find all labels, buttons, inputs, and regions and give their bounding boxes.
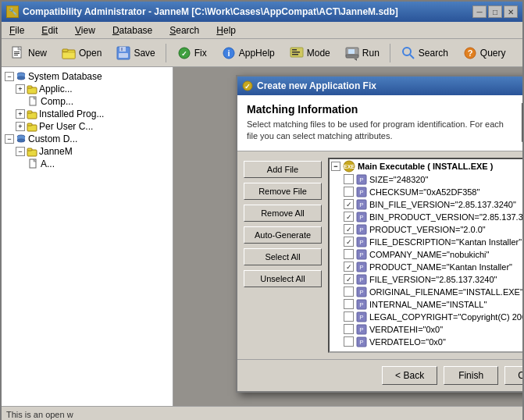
tree-item[interactable]: PCHECKSUM="0xA52DF358" <box>330 186 522 198</box>
tree-item-checkbox[interactable] <box>344 336 354 347</box>
cancel-button[interactable]: Cancel <box>504 366 522 385</box>
title-bar-left: 🔧 Compatibility Administrator - JanneM [… <box>6 5 398 18</box>
search-button[interactable]: Search <box>395 42 454 64</box>
remove-all-button[interactable]: Remove All <box>244 205 322 222</box>
root-expand-icon[interactable]: − <box>331 162 340 171</box>
file-tree-panel[interactable]: − EXE Main Executable ( INSTALL.EXE ) PS… <box>328 158 522 353</box>
menu-view[interactable]: View <box>70 23 100 37</box>
tree-item[interactable]: PBIN_PRODUCT_VERSION="2.85.137.3240" <box>330 211 522 223</box>
tree-item[interactable]: PPRODUCT_VERSION="2.0.0" <box>330 223 522 236</box>
tree-item-checkbox[interactable] <box>344 262 354 272</box>
tree-item-checkbox[interactable] <box>344 187 354 197</box>
maximize-button[interactable]: □ <box>488 5 502 18</box>
close-button[interactable]: ✕ <box>504 5 518 18</box>
menu-file[interactable]: File <box>5 23 29 37</box>
tree-root-row[interactable]: − EXE Main Executable ( INSTALL.EXE ) <box>330 159 522 173</box>
tree-item[interactable]: PCOMPANY_NAME="nobukichi" <box>330 248 522 261</box>
minimize-button[interactable]: ─ <box>472 5 487 18</box>
add-file-button[interactable]: Add File <box>244 161 322 178</box>
fix-button[interactable]: ✓ Fix <box>171 42 212 64</box>
tree-item[interactable]: PPRODUCT_NAME="Kantan Installer" <box>330 261 522 273</box>
svg-rect-32 <box>27 86 32 88</box>
sidebar-item-a[interactable]: A... <box>2 158 173 170</box>
save-button[interactable]: Save <box>110 42 160 64</box>
svg-text:i: i <box>227 48 230 58</box>
mode-label: Mode <box>307 48 330 59</box>
tree-item-checkbox[interactable] <box>344 299 354 309</box>
new-button[interactable]: New <box>5 42 52 64</box>
tree-item-checkbox[interactable] <box>344 249 354 259</box>
fix-icon: ✓ <box>176 45 192 61</box>
svg-rect-43 <box>27 148 32 151</box>
tree-item[interactable]: PFILE_DESCRIPTION="Kantan Installer" <box>330 236 522 248</box>
tree-item-checkbox[interactable] <box>344 311 354 322</box>
tree-item[interactable]: PORIGINAL_FILENAME="INSTALL.EXE" <box>330 286 522 298</box>
tree-item-checkbox[interactable] <box>344 224 354 234</box>
back-button[interactable]: < Back <box>382 366 437 385</box>
sidebar-item-peruser[interactable]: + Per User C... <box>2 120 173 133</box>
tree-item[interactable]: PSIZE="248320" <box>330 173 522 186</box>
property-icon: P <box>356 299 367 310</box>
svg-text:P: P <box>359 226 363 233</box>
sidebar-item-system-db[interactable]: − System Database <box>2 70 173 83</box>
svg-rect-11 <box>119 53 128 58</box>
sidebar-item-applic[interactable]: + Applic... <box>2 83 173 95</box>
tree-item-label: FILE_DESCRIPTION="Kantan Installer" <box>369 237 522 247</box>
run-button[interactable]: Run <box>339 42 385 64</box>
apphelp-button[interactable]: i AppHelp <box>216 42 280 64</box>
expand-applic[interactable]: + <box>16 84 25 94</box>
svg-text:P: P <box>359 176 363 183</box>
tree-item-checkbox[interactable] <box>344 174 354 184</box>
modal-footer: < Back Finish Cancel <box>237 359 522 391</box>
property-icon: P <box>356 212 367 222</box>
mode-button[interactable]: Mode <box>283 42 336 64</box>
tree-item-checkbox[interactable] <box>344 199 354 209</box>
property-icon: P <box>356 249 367 260</box>
tree-item-checkbox[interactable] <box>344 237 354 247</box>
sidebar-item-installed[interactable]: + Installed Prog... <box>2 108 173 120</box>
tree-item[interactable]: PINTERNAL_NAME="INSTALL" <box>330 298 522 311</box>
tree-item-checkbox[interactable] <box>344 287 354 297</box>
finish-button[interactable]: Finish <box>444 366 498 385</box>
remove-file-button[interactable]: Remove File <box>244 183 322 200</box>
menu-help[interactable]: Help <box>212 23 241 37</box>
tree-item-checkbox[interactable] <box>344 274 354 284</box>
open-button[interactable]: Open <box>55 42 107 64</box>
menu-edit[interactable]: Edit <box>37 23 62 37</box>
expand-peruser[interactable]: + <box>16 122 25 131</box>
expand-jannem[interactable]: − <box>16 147 25 156</box>
tree-item[interactable]: PFILE_VERSION="2.85.137.3240" <box>330 273 522 286</box>
svg-rect-17 <box>292 49 297 51</box>
folder-icon-jannem <box>27 146 37 157</box>
expand-installed[interactable]: + <box>16 109 25 119</box>
svg-point-24 <box>403 48 411 55</box>
sidebar-tree[interactable]: − System Database + Applic... Comp... + … <box>2 67 173 406</box>
query-button[interactable]: ? Query <box>457 42 512 64</box>
sidebar-item-jannem[interactable]: − JanneM <box>2 145 173 158</box>
tree-item[interactable]: PBIN_FILE_VERSION="2.85.137.3240" <box>330 198 522 211</box>
auto-generate-button[interactable]: Auto-Generate <box>244 226 322 244</box>
main-window: 🔧 Compatibility Administrator - JanneM [… <box>0 0 524 420</box>
expand-system-db[interactable]: − <box>5 72 14 81</box>
tree-item-checkbox[interactable] <box>344 212 354 222</box>
sidebar-item-custom-db[interactable]: − Custom D... <box>2 133 173 145</box>
property-icon: P <box>356 174 367 185</box>
menu-database[interactable]: Database <box>108 23 157 37</box>
sidebar-item-comp[interactable]: Comp... <box>2 95 173 108</box>
tree-item[interactable]: PLEGAL_COPYRIGHT="Copyright(C) 2003-2005… <box>330 311 522 323</box>
modal-title-icon: ✓ <box>242 80 253 91</box>
expand-custom-db[interactable]: − <box>5 134 14 144</box>
svg-text:P: P <box>359 264 363 271</box>
unselect-all-button[interactable]: Unselect All <box>244 270 322 287</box>
property-icon: P <box>356 287 367 297</box>
tree-item-checkbox[interactable] <box>344 324 354 334</box>
svg-rect-36 <box>27 111 32 113</box>
select-all-button[interactable]: Select All <box>244 248 322 265</box>
tree-item[interactable]: PVERDATEHI="0x0" <box>330 323 522 336</box>
tree-item[interactable]: PVERDATELO="0x0" <box>330 336 522 348</box>
tree-item-label: INTERNAL_NAME="INSTALL" <box>369 300 487 309</box>
svg-text:✓: ✓ <box>181 50 187 58</box>
content-area: − System Database + Applic... Comp... + … <box>2 67 522 406</box>
window-controls: ─ □ ✕ <box>472 5 518 18</box>
menu-search[interactable]: Search <box>165 23 204 37</box>
